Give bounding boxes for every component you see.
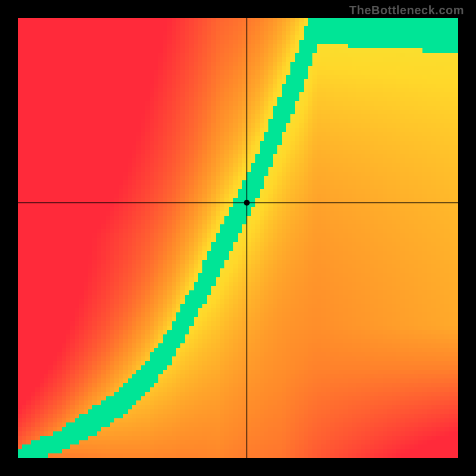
watermark-text: TheBottleneck.com	[349, 4, 464, 17]
bottleneck-heatmap-chart	[18, 18, 458, 458]
heatmap-canvas	[18, 18, 458, 458]
